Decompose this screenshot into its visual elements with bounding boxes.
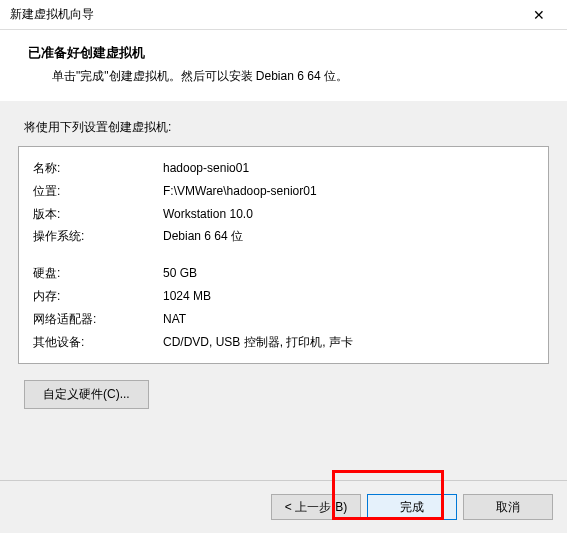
header-description: 单击"完成"创建虚拟机。然后可以安装 Debian 6 64 位。 (28, 68, 549, 85)
titlebar: 新建虚拟机向导 ✕ (0, 0, 567, 30)
intro-text: 将使用下列设置创建虚拟机: (24, 119, 543, 136)
wizard-body: 将使用下列设置创建虚拟机: 名称: hadoop-senio01 位置: F:\… (0, 101, 567, 521)
value-name: hadoop-senio01 (163, 157, 534, 180)
header-title: 已准备好创建虚拟机 (28, 44, 549, 62)
label-location: 位置: (33, 180, 163, 203)
close-icon: ✕ (533, 7, 545, 23)
close-button[interactable]: ✕ (519, 1, 559, 29)
value-network: NAT (163, 308, 534, 331)
label-version: 版本: (33, 203, 163, 226)
wizard-header: 已准备好创建虚拟机 单击"完成"创建虚拟机。然后可以安装 Debian 6 64… (0, 30, 567, 101)
back-button[interactable]: < 上一步(B) (271, 494, 361, 520)
label-name: 名称: (33, 157, 163, 180)
label-network: 网络适配器: (33, 308, 163, 331)
value-version: Workstation 10.0 (163, 203, 534, 226)
customize-hardware-button[interactable]: 自定义硬件(C)... (24, 380, 149, 409)
cancel-button[interactable]: 取消 (463, 494, 553, 520)
summary-row-name: 名称: hadoop-senio01 (33, 157, 534, 180)
summary-row-location: 位置: F:\VMWare\hadoop-senior01 (33, 180, 534, 203)
value-memory: 1024 MB (163, 285, 534, 308)
summary-row-network: 网络适配器: NAT (33, 308, 534, 331)
label-other: 其他设备: (33, 331, 163, 354)
value-disk: 50 GB (163, 262, 534, 285)
label-disk: 硬盘: (33, 262, 163, 285)
label-memory: 内存: (33, 285, 163, 308)
wizard-footer: < 上一步(B) 完成 取消 (0, 480, 567, 533)
value-location: F:\VMWare\hadoop-senior01 (163, 180, 534, 203)
summary-row-os: 操作系统: Debian 6 64 位 (33, 225, 534, 248)
label-os: 操作系统: (33, 225, 163, 248)
summary-box: 名称: hadoop-senio01 位置: F:\VMWare\hadoop-… (18, 146, 549, 364)
summary-row-disk: 硬盘: 50 GB (33, 262, 534, 285)
window-title: 新建虚拟机向导 (10, 6, 94, 23)
value-other: CD/DVD, USB 控制器, 打印机, 声卡 (163, 331, 534, 354)
finish-button[interactable]: 完成 (367, 494, 457, 520)
summary-row-other: 其他设备: CD/DVD, USB 控制器, 打印机, 声卡 (33, 331, 534, 354)
summary-row-memory: 内存: 1024 MB (33, 285, 534, 308)
summary-row-version: 版本: Workstation 10.0 (33, 203, 534, 226)
value-os: Debian 6 64 位 (163, 225, 534, 248)
